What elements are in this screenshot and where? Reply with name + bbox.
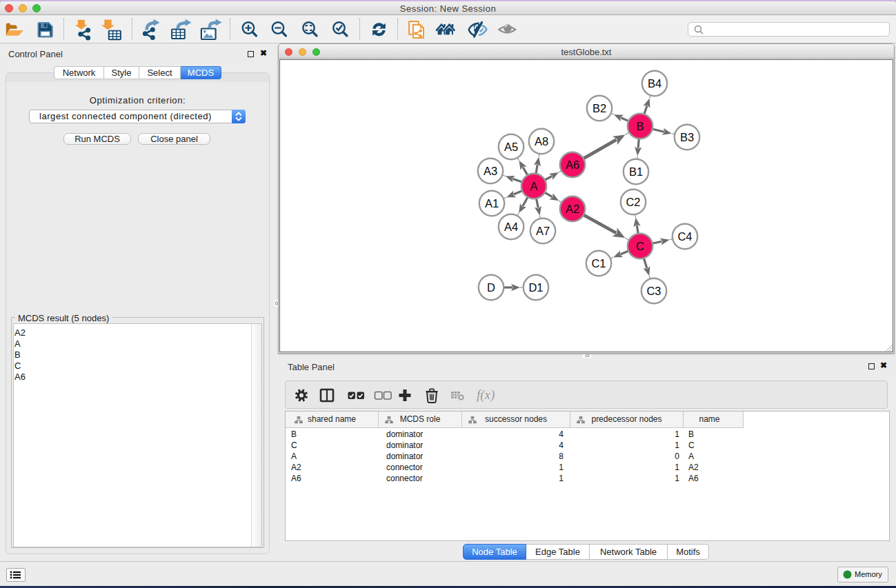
- svg-text:A7: A7: [536, 225, 550, 237]
- svg-text:A1: A1: [485, 197, 499, 210]
- svg-text:A2: A2: [566, 203, 579, 215]
- svg-text:f(x): f(x): [477, 387, 495, 403]
- svg-text:A6: A6: [566, 159, 579, 171]
- svg-text:C2: C2: [626, 196, 640, 208]
- svg-text:A: A: [530, 180, 537, 192]
- svg-text:B2: B2: [593, 102, 606, 114]
- svg-text:C: C: [636, 240, 644, 252]
- svg-text:A3: A3: [484, 165, 497, 177]
- svg-text:B3: B3: [680, 131, 694, 143]
- svg-text:A4: A4: [504, 221, 518, 233]
- svg-text:C4: C4: [677, 230, 692, 243]
- svg-text:B: B: [636, 120, 644, 132]
- svg-text:B1: B1: [629, 165, 643, 178]
- svg-text:C1: C1: [591, 257, 606, 270]
- svg-text:A8: A8: [535, 135, 548, 148]
- svg-text:A5: A5: [504, 141, 518, 153]
- svg-text:C3: C3: [646, 285, 661, 297]
- svg-text:D1: D1: [528, 281, 543, 294]
- svg-text:B4: B4: [648, 77, 661, 90]
- svg-text:D: D: [487, 281, 495, 294]
